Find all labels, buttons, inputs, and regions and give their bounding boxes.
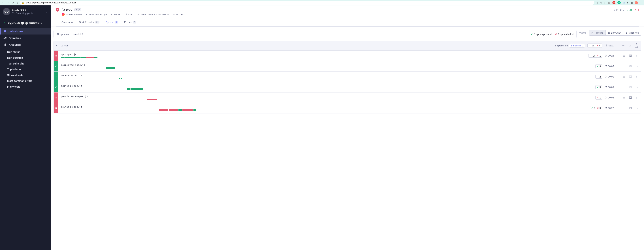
duration: ⏱02:28	[111, 13, 120, 16]
chrome-menu-icon[interactable]: ⋮	[640, 1, 642, 4]
ext-2-icon[interactable]: ▤	[608, 1, 610, 4]
stopwatch-icon: ⏱	[605, 75, 607, 78]
spec-row[interactable]: ✕app-spec.js✓ 14 ✕ 1⏱00:23▭🖼▷	[54, 50, 641, 61]
abp-icon[interactable]: ABP	[612, 1, 616, 4]
reload-icon[interactable]: ⟳	[12, 1, 14, 4]
ext-1-icon[interactable]: ◌	[604, 1, 606, 4]
home-icon[interactable]: ⌂	[17, 1, 18, 4]
status-fail-icon: ✕	[56, 8, 59, 11]
ext-green-icon[interactable]: ◉	[618, 1, 621, 4]
nav-label: Branches	[9, 36, 21, 39]
screenshot-icon[interactable]: 🖼	[629, 65, 632, 68]
clock-icon: ◷	[592, 31, 594, 34]
panel-icon[interactable]: ◧	[630, 1, 633, 4]
view-barchart-button[interactable]: ▦Bar Chart	[606, 30, 624, 35]
tab-test-results[interactable]: Test Results31	[78, 19, 100, 26]
screenshot-icon[interactable]: 🖼	[629, 107, 632, 110]
view-machines-button[interactable]: ≣Machines	[623, 30, 641, 35]
spec-row[interactable]: ✓editing-spec.js✓ 5⏱00:09▭🖼▷	[54, 82, 641, 92]
stat-skipped: ⊘0	[614, 8, 618, 11]
output-icon[interactable]: ▭	[623, 96, 625, 99]
output-icon[interactable]: ▭	[623, 75, 625, 78]
spec-actions: ▭🖼▷	[620, 71, 641, 82]
output-icon[interactable]: ▭	[623, 107, 625, 110]
forward-icon[interactable]: →	[7, 1, 10, 4]
browser-chrome: ← → ⟳ ⌂ 🔒 cloud.cypress.io/projects/4agu…	[0, 0, 644, 5]
share-icon[interactable]: ⇪	[596, 1, 598, 4]
author[interactable]: Gleb Bahmutov	[62, 13, 82, 16]
spec-actions: ▭🖼▷	[620, 51, 641, 61]
back-icon[interactable]: ←	[2, 1, 4, 4]
spec-row[interactable]: ✕persistence-spec.js✕ 1⏱00:05▭🖼▷	[54, 92, 641, 103]
header-total: ⚙ 106	[634, 43, 638, 48]
nav-latest-runs[interactable]: ◉ Latest runs	[0, 28, 50, 34]
play-icon[interactable]: ▷	[636, 65, 638, 68]
summary-failed: 3 specs failed	[555, 33, 574, 35]
status-fail-icon: ✕	[54, 92, 58, 103]
analytics-sub-item[interactable]: Flaky tests	[0, 84, 50, 90]
timeline-segment	[106, 67, 115, 69]
run-header: ✕ fix typo main ⊘0 ◐0 ✓26 ✕5 Gleb Bahmut…	[50, 5, 644, 27]
lock-icon: 🔒	[22, 1, 24, 4]
org-sub: You're not logged in	[12, 12, 44, 15]
spec-row[interactable]: ✕routing-spec.js✓ 2 ✕ 3⏱00:22▭🖼▷	[54, 103, 641, 113]
nav-analytics[interactable]: Analytics	[0, 41, 50, 48]
stat-failed: ✕5	[635, 8, 639, 11]
output-icon[interactable]: ▭	[623, 86, 625, 89]
spec-time: ⏱00:23	[605, 51, 620, 61]
screenshot-icon[interactable]: 🖼	[629, 75, 632, 78]
skip-icon: ⊘	[614, 8, 616, 11]
monitor-icon[interactable]: 🖵	[628, 44, 631, 47]
timeline-segment	[182, 109, 193, 111]
collapse-toggle[interactable]: ▾	[56, 44, 60, 47]
screenshot-icon[interactable]: 🖼	[629, 96, 632, 99]
spec-actions: ▭🖼▷	[620, 82, 641, 92]
tab-specs[interactable]: Specs6	[105, 19, 118, 26]
spec-name: app-spec.js	[61, 53, 583, 56]
screenshot-icon[interactable]: 🖼	[629, 54, 632, 57]
play-icon[interactable]: ▷	[636, 107, 638, 110]
machine-select[interactable]: 1 machine ⌄	[569, 44, 585, 47]
profile-avatar[interactable]	[634, 1, 638, 4]
views-row: Views: ◷Timeline ▦Bar Chart ≣Machines	[579, 30, 641, 35]
analytics-sub-item[interactable]: Run status	[0, 49, 50, 55]
org-switcher[interactable]: GO Gleb OSS You're not logged in ⌄	[0, 5, 50, 18]
spec-body: app-spec.js	[58, 51, 586, 61]
gear-icon[interactable]: ⚙	[634, 43, 638, 45]
ext-3-icon[interactable]: ◑	[622, 1, 625, 4]
bar-chart-icon	[3, 43, 6, 46]
analytics-sub-item[interactable]: Test suite size	[0, 61, 50, 66]
analytics-sub-item[interactable]: Most common errors	[0, 78, 50, 84]
play-icon[interactable]: ▷	[636, 54, 638, 57]
bookmark-icon[interactable]: ☆	[600, 1, 602, 4]
nav-branches[interactable]: ⎇ Branches	[0, 34, 50, 41]
header-time: ⏱01:23	[605, 44, 618, 47]
extensions-icon[interactable]: ✦	[626, 1, 629, 4]
project-row[interactable]: ✓ cypress-grep-example	[0, 18, 50, 28]
output-icon[interactable]: ▭	[623, 65, 625, 68]
spec-row[interactable]: ✓completed-spec.js✓ 3⏱00:05▭🖼▷	[54, 61, 641, 71]
spec-actions: ▭🖼▷	[620, 61, 641, 71]
x-icon: ✕	[596, 44, 598, 47]
ci[interactable]: ⟐GitHub Actions 4306101626	[138, 13, 169, 16]
folder: 🗀main	[60, 44, 69, 47]
tab-overview[interactable]: Overview	[61, 19, 74, 26]
tab-errors[interactable]: Errors5	[123, 19, 137, 26]
branch[interactable]: ⎇main	[124, 13, 133, 16]
output-icon[interactable]: ▭	[623, 54, 625, 57]
main: ✕ fix typo main ⊘0 ◐0 ✓26 ✕5 Gleb Bahmut…	[50, 5, 644, 250]
play-icon[interactable]: ▷	[636, 96, 638, 99]
output-icon[interactable]: ▭	[622, 44, 624, 47]
play-icon[interactable]: ▷	[636, 75, 638, 78]
check-icon: ✓	[627, 8, 629, 11]
analytics-sub-item[interactable]: Top failures	[0, 66, 50, 72]
spec-row[interactable]: ✓counter-spec.js✓ 2⏱00:01▭🖼▷	[54, 71, 641, 82]
view-timeline-button[interactable]: ◷Timeline	[589, 30, 606, 35]
url-bar[interactable]: 🔒 cloud.cypress.io/projects/4agux9/runs/…	[20, 1, 594, 5]
analytics-sub-item[interactable]: Slowest tests	[0, 72, 50, 78]
screenshot-icon[interactable]: 🖼	[629, 86, 632, 89]
more-menu[interactable]: •••	[181, 13, 185, 16]
analytics-sub-item[interactable]: Run duration	[0, 55, 50, 61]
play-icon[interactable]: ▷	[636, 86, 638, 89]
svg-rect-2	[6, 43, 6, 46]
